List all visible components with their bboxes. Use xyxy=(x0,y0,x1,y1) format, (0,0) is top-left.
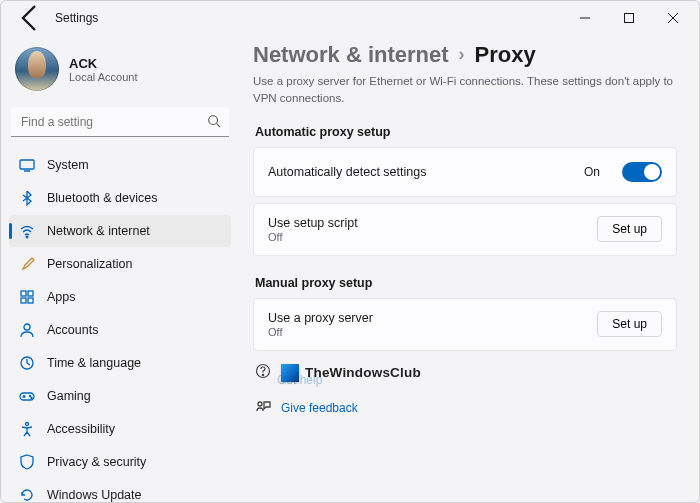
watermark-text: TheWindowsClub xyxy=(305,365,421,380)
profile-subtitle: Local Account xyxy=(69,71,138,83)
svg-rect-0 xyxy=(625,14,634,23)
nav-label: Privacy & security xyxy=(47,455,146,469)
profile-name: ACK xyxy=(69,56,138,71)
svg-point-13 xyxy=(26,423,29,426)
proxy-server-state: Off xyxy=(268,326,585,338)
bluetooth-icon xyxy=(19,190,35,206)
sidebar: ACK Local Account System Bluetooth & dev… xyxy=(1,35,239,502)
nav-label: Apps xyxy=(47,290,76,304)
setup-script-state: Off xyxy=(268,231,585,243)
sidebar-item-privacy[interactable]: Privacy & security xyxy=(9,446,231,478)
sidebar-item-gaming[interactable]: Gaming xyxy=(9,380,231,412)
sidebar-item-apps[interactable]: Apps xyxy=(9,281,231,313)
sidebar-item-personalization[interactable]: Personalization xyxy=(9,248,231,280)
maximize-button[interactable] xyxy=(607,3,651,33)
search-icon xyxy=(207,114,221,132)
toggle-state-label: On xyxy=(584,165,600,179)
sidebar-item-accessibility[interactable]: Accessibility xyxy=(9,413,231,445)
sidebar-item-time[interactable]: Time & language xyxy=(9,347,231,379)
page-description: Use a proxy server for Ethernet or Wi-Fi… xyxy=(253,73,677,106)
svg-point-12 xyxy=(31,397,32,398)
section-heading-auto: Automatic proxy setup xyxy=(255,125,677,139)
watermark: TheWindowsClub xyxy=(253,357,677,389)
setup-script-title: Use setup script xyxy=(268,216,585,230)
svg-rect-2 xyxy=(20,160,34,169)
svg-rect-6 xyxy=(21,298,26,303)
back-button[interactable] xyxy=(15,2,47,34)
nav-label: Gaming xyxy=(47,389,91,403)
svg-rect-5 xyxy=(28,291,33,296)
svg-point-8 xyxy=(24,324,30,330)
avatar xyxy=(15,47,59,91)
nav-label: Accessibility xyxy=(47,422,115,436)
sidebar-item-update[interactable]: Windows Update xyxy=(9,479,231,502)
sidebar-item-network[interactable]: Network & internet xyxy=(9,215,231,247)
svg-rect-4 xyxy=(21,291,26,296)
feedback-link[interactable]: Give feedback xyxy=(281,401,358,415)
feedback-icon xyxy=(255,399,271,418)
minimize-button[interactable] xyxy=(563,3,607,33)
proxy-server-title: Use a proxy server xyxy=(268,311,585,325)
brush-icon xyxy=(19,256,35,272)
svg-point-11 xyxy=(29,395,30,396)
svg-point-16 xyxy=(258,402,262,406)
window-title: Settings xyxy=(55,11,98,25)
setup-script-button[interactable]: Set up xyxy=(597,216,662,242)
proxy-server-button[interactable]: Set up xyxy=(597,311,662,337)
help-icon xyxy=(255,363,271,383)
section-heading-manual: Manual proxy setup xyxy=(255,276,677,290)
card-setup-script[interactable]: Use setup script Off Set up xyxy=(253,203,677,256)
wifi-icon xyxy=(19,223,35,239)
nav-label: Personalization xyxy=(47,257,132,271)
nav-label: Time & language xyxy=(47,356,141,370)
svg-rect-7 xyxy=(28,298,33,303)
close-button[interactable] xyxy=(651,3,695,33)
page-title: Proxy xyxy=(475,43,536,67)
breadcrumb-parent[interactable]: Network & internet xyxy=(253,43,449,67)
auto-detect-title: Automatically detect settings xyxy=(268,165,572,179)
shield-icon xyxy=(19,454,35,470)
sidebar-item-accounts[interactable]: Accounts xyxy=(9,314,231,346)
windowsclub-logo-icon xyxy=(281,364,299,382)
breadcrumb: Network & internet › Proxy xyxy=(253,43,677,67)
nav-label: Windows Update xyxy=(47,488,142,502)
nav: System Bluetooth & devices Network & int… xyxy=(9,149,231,502)
apps-icon xyxy=(19,289,35,305)
system-icon xyxy=(19,157,35,173)
nav-label: Accounts xyxy=(47,323,98,337)
svg-point-1 xyxy=(209,116,218,125)
accessibility-icon xyxy=(19,421,35,437)
card-proxy-server[interactable]: Use a proxy server Off Set up xyxy=(253,298,677,351)
update-icon xyxy=(19,487,35,502)
nav-label: System xyxy=(47,158,89,172)
chevron-right-icon: › xyxy=(459,45,465,65)
titlebar: Settings xyxy=(1,1,699,35)
svg-point-3 xyxy=(26,236,28,238)
clock-icon xyxy=(19,355,35,371)
search-input[interactable] xyxy=(11,107,229,137)
nav-label: Bluetooth & devices xyxy=(47,191,158,205)
main-content: Network & internet › Proxy Use a proxy s… xyxy=(239,35,699,502)
auto-detect-toggle[interactable] xyxy=(622,162,662,182)
feedback-row[interactable]: Give feedback xyxy=(253,393,677,424)
sidebar-item-system[interactable]: System xyxy=(9,149,231,181)
nav-label: Network & internet xyxy=(47,224,150,238)
card-auto-detect[interactable]: Automatically detect settings On xyxy=(253,147,677,197)
person-icon xyxy=(19,322,35,338)
sidebar-item-bluetooth[interactable]: Bluetooth & devices xyxy=(9,182,231,214)
svg-point-15 xyxy=(262,374,263,375)
search-box[interactable] xyxy=(11,107,229,137)
profile[interactable]: ACK Local Account xyxy=(9,41,231,103)
gamepad-icon xyxy=(19,388,35,404)
